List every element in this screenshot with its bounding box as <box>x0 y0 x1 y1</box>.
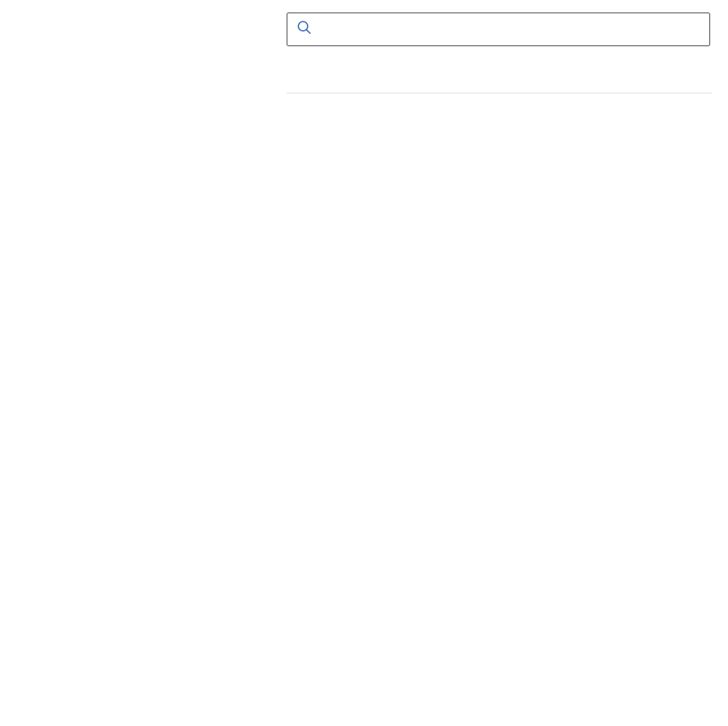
sidebar <box>0 12 267 109</box>
main-content <box>267 12 728 109</box>
section-header <box>287 82 712 93</box>
search-box[interactable] <box>287 12 710 46</box>
search-input[interactable] <box>325 20 700 39</box>
svg-point-0 <box>298 21 308 31</box>
svg-line-1 <box>306 29 311 34</box>
search-icon <box>296 20 312 39</box>
categories-heading <box>0 25 267 60</box>
